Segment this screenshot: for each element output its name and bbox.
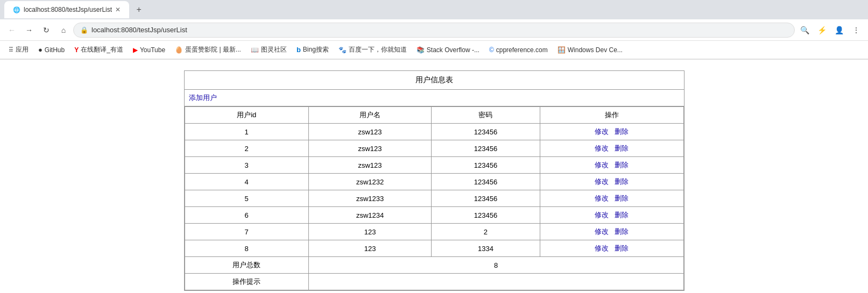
edit-link[interactable]: 修改 xyxy=(595,127,609,135)
edit-link[interactable]: 修改 xyxy=(595,177,609,185)
bookmark-eggjoy[interactable]: 🥚 蛋蛋赞影院 | 最新... xyxy=(171,43,245,56)
home-button[interactable]: ⌂ xyxy=(56,23,71,38)
new-tab-button[interactable]: + xyxy=(131,2,146,17)
bookmark-bing-label: Bing搜索 xyxy=(303,45,329,54)
bookmark-github[interactable]: ● GitHub xyxy=(34,44,69,56)
address-bar[interactable]: 🔒 localhost:8080/testJsp/userList xyxy=(73,23,795,38)
cell-username: zsw123 xyxy=(308,157,431,174)
bookmark-windev[interactable]: 🪟 Windows Dev Ce... xyxy=(553,44,627,56)
bookmark-youtube-label: YouTube xyxy=(140,46,165,54)
bookmark-youdao[interactable]: Y 在线翻译_有道 xyxy=(70,43,128,56)
bookmark-github-label: GitHub xyxy=(45,46,65,54)
edit-link[interactable]: 修改 xyxy=(595,161,609,169)
cell-password: 123456 xyxy=(432,174,540,190)
bookmark-cppreference[interactable]: © cppreference.com xyxy=(485,44,552,56)
cell-id: 7 xyxy=(185,224,308,240)
bookmark-baidu-label: 百度一下，你就知道 xyxy=(349,45,407,54)
active-tab[interactable]: 🌐 localhost:8080/testJsp/userList ✕ xyxy=(4,1,129,18)
operation-hint-value xyxy=(308,274,683,290)
table-row: 5 zsw1233 123456 修改 删除 xyxy=(185,190,683,207)
table-row: 8 123 1334 修改 删除 xyxy=(185,240,683,257)
cell-password: 1334 xyxy=(432,240,540,257)
cell-password: 123456 xyxy=(432,124,540,140)
nav-bar: ← → ↻ ⌂ 🔒 localhost:8080/testJsp/userLis… xyxy=(0,19,868,41)
table-row: 2 zsw123 123456 修改 删除 xyxy=(185,140,683,157)
total-users-label: 用户总数 xyxy=(185,257,308,274)
eggjoy-icon: 🥚 xyxy=(175,46,183,54)
cell-id: 4 xyxy=(185,174,308,190)
table-row: 3 zsw123 123456 修改 删除 xyxy=(185,157,683,174)
col-header-username: 用户名 xyxy=(308,107,431,124)
bookmark-youtube[interactable]: ▶ YouTube xyxy=(129,44,170,56)
operation-hint-label: 操作提示 xyxy=(185,274,308,290)
table-row: 7 123 2 修改 删除 xyxy=(185,224,683,240)
youtube-icon: ▶ xyxy=(133,46,138,54)
bookmark-stackoverflow[interactable]: 📚 Stack Overflow -... xyxy=(412,44,484,56)
search-button[interactable]: 🔍 xyxy=(797,23,812,38)
cell-id: 2 xyxy=(185,140,308,157)
tuling-icon: 📖 xyxy=(251,46,259,54)
delete-link[interactable]: 删除 xyxy=(615,127,629,135)
user-table-container: 用户信息表 添加用户 用户id 用户名 密码 操作 1 zsw123 12345… xyxy=(184,70,684,291)
bookmark-eggjoy-label: 蛋蛋赞影院 | 最新... xyxy=(185,45,241,54)
cell-password: 2 xyxy=(432,224,540,240)
delete-link[interactable]: 删除 xyxy=(615,144,629,152)
cell-username: 123 xyxy=(308,224,431,240)
edit-link[interactable]: 修改 xyxy=(595,211,609,219)
delete-link[interactable]: 删除 xyxy=(615,177,629,185)
edit-link[interactable]: 修改 xyxy=(595,227,609,235)
tab-close-icon[interactable]: ✕ xyxy=(115,6,121,13)
total-users-value: 8 xyxy=(308,257,683,274)
operation-hint-row: 操作提示 xyxy=(185,274,683,290)
bookmark-cppreference-label: cppreference.com xyxy=(496,46,548,54)
cppreference-icon: © xyxy=(489,46,494,54)
menu-button[interactable]: ⋮ xyxy=(849,23,864,38)
profile-button[interactable]: 👤 xyxy=(831,23,846,38)
back-button[interactable]: ← xyxy=(4,23,19,38)
delete-link[interactable]: 删除 xyxy=(615,194,629,202)
tab-title: localhost:8080/testJsp/userList xyxy=(24,6,112,13)
tab-favicon: 🌐 xyxy=(13,6,20,13)
nav-right-buttons: 🔍 ⚡ 👤 ⋮ xyxy=(797,23,864,38)
cell-actions: 修改 删除 xyxy=(540,124,683,140)
delete-link[interactable]: 删除 xyxy=(615,161,629,169)
col-header-action: 操作 xyxy=(540,107,683,124)
add-user-row: 添加用户 xyxy=(185,90,684,106)
cell-password: 123456 xyxy=(432,190,540,207)
total-users-row: 用户总数 8 xyxy=(185,257,683,274)
col-header-id: 用户id xyxy=(185,107,308,124)
forward-button[interactable]: → xyxy=(22,23,37,38)
delete-link[interactable]: 删除 xyxy=(615,211,629,219)
bookmark-tuling[interactable]: 📖 图灵社区 xyxy=(246,43,291,56)
cell-id: 6 xyxy=(185,207,308,224)
edit-link[interactable]: 修改 xyxy=(595,244,609,252)
cell-actions: 修改 删除 xyxy=(540,207,683,224)
address-text: localhost:8080/testJsp/userList xyxy=(91,26,187,34)
cell-username: zsw1233 xyxy=(308,190,431,207)
page-content: 用户信息表 添加用户 用户id 用户名 密码 操作 1 zsw123 12345… xyxy=(0,60,868,293)
cell-username: zsw123 xyxy=(308,140,431,157)
cell-actions: 修改 删除 xyxy=(540,190,683,207)
extensions-button[interactable]: ⚡ xyxy=(814,23,829,38)
reload-button[interactable]: ↻ xyxy=(39,23,54,38)
apps-icon: ⠿ xyxy=(9,46,13,54)
bookmark-bing[interactable]: b Bing搜索 xyxy=(292,43,333,56)
table-row: 4 zsw1232 123456 修改 删除 xyxy=(185,174,683,190)
add-user-link[interactable]: 添加用户 xyxy=(189,94,217,102)
delete-link[interactable]: 删除 xyxy=(615,244,629,252)
cell-username: zsw123 xyxy=(308,124,431,140)
cell-actions: 修改 删除 xyxy=(540,224,683,240)
cell-actions: 修改 删除 xyxy=(540,157,683,174)
cell-id: 5 xyxy=(185,190,308,207)
table-title: 用户信息表 xyxy=(185,71,684,90)
bookmark-apps[interactable]: ⠿ 应用 xyxy=(4,43,33,56)
edit-link[interactable]: 修改 xyxy=(595,194,609,202)
bookmark-tuling-label: 图灵社区 xyxy=(261,45,287,54)
delete-link[interactable]: 删除 xyxy=(615,227,629,235)
cell-id: 8 xyxy=(185,240,308,257)
bookmark-baidu[interactable]: 🐾 百度一下，你就知道 xyxy=(334,43,411,56)
edit-link[interactable]: 修改 xyxy=(595,144,609,152)
bookmark-youdao-label: 在线翻译_有道 xyxy=(81,45,123,54)
col-header-password: 密码 xyxy=(432,107,540,124)
stackoverflow-icon: 📚 xyxy=(417,46,425,54)
